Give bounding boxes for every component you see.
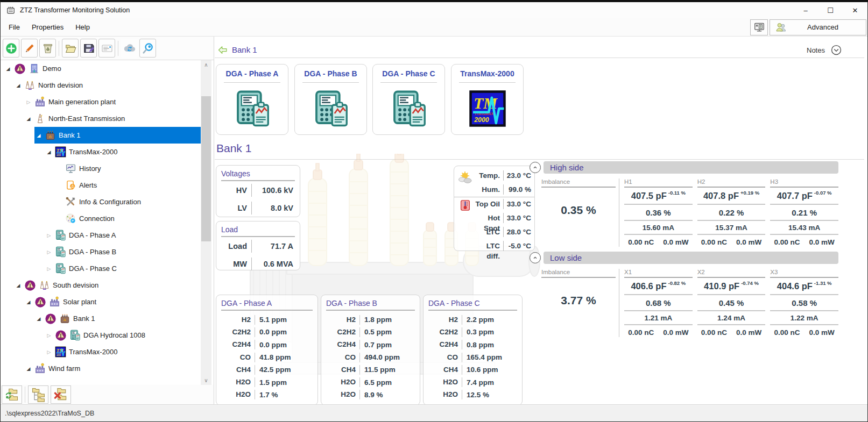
load-value: 71.7 A	[252, 242, 300, 251]
save-button[interactable]	[80, 39, 97, 58]
humidity-label: Hum.	[475, 184, 504, 195]
tree-scrollbar[interactable]	[201, 60, 211, 385]
power-value: 0.0 mW	[663, 328, 688, 337]
tree-item-alerts[interactable]: Alerts	[1, 177, 201, 194]
tree-item-history[interactable]: History	[1, 160, 201, 177]
tree-item-dga-phase-b[interactable]: DGA - Phase B	[1, 244, 201, 260]
gas-value: 1.5 ppm	[255, 378, 287, 387]
expander-icon[interactable]	[25, 366, 32, 371]
dga-device-icon	[69, 330, 81, 341]
expander-icon[interactable]	[46, 249, 52, 255]
search-button[interactable]	[139, 39, 156, 58]
scroll-up-icon[interactable]	[201, 60, 211, 69]
tree-item-bank-1-solar[interactable]: Bank 1	[1, 310, 201, 327]
remove-folder-button[interactable]	[51, 385, 71, 404]
advanced-button[interactable]: Advanced	[770, 19, 866, 35]
sync-button[interactable]	[121, 39, 138, 58]
system-tools-button[interactable]	[750, 19, 768, 35]
tree-item-solar-plant[interactable]: Solar plant	[1, 294, 201, 310]
collapse-high-side-button[interactable]	[530, 162, 541, 173]
expander-icon[interactable]	[36, 133, 42, 138]
menu-file[interactable]: File	[3, 20, 26, 34]
expander-icon[interactable]	[46, 266, 52, 271]
notes-chevron-down-icon[interactable]	[831, 45, 842, 55]
device-card-dga-phase-a[interactable]: DGA - Phase A	[216, 64, 288, 135]
expander-icon[interactable]	[46, 333, 52, 338]
minimize-button[interactable]: –	[793, 2, 818, 18]
expander-icon[interactable]	[46, 349, 52, 355]
scrollbar-thumb[interactable]	[201, 96, 211, 241]
tree-item-south-devision[interactable]: South devision	[1, 277, 201, 294]
high-side-header[interactable]: High side	[544, 161, 838, 174]
tree-item-dga-hydrocal-1008[interactable]: DGA Hydrocal 1008	[1, 327, 201, 344]
scroll-down-icon[interactable]	[201, 376, 211, 385]
environment-panel: Temp. 23.0 °C Hum. 99.0 % Top Oil 33.0 °…	[454, 166, 535, 251]
tree-item-info-configuration[interactable]: Info & Configuration	[1, 194, 201, 210]
expander-icon[interactable]	[36, 316, 42, 321]
phase-name: H2	[697, 178, 766, 188]
load-label: Load	[216, 240, 252, 253]
expander-icon[interactable]	[46, 233, 52, 238]
tree-item-bank-1-selected[interactable]: Bank 1	[1, 127, 201, 144]
tree-item-dga-phase-a[interactable]: DGA - Phase A	[1, 227, 201, 244]
tree-item-north-east-transmission[interactable]: North-East Transmission	[1, 110, 201, 127]
expander-icon[interactable]	[25, 116, 32, 121]
folder-structure-button[interactable]	[28, 385, 48, 404]
expander-icon[interactable]	[46, 149, 52, 155]
power-value: 0.0 mW	[736, 238, 761, 246]
warning-icon	[34, 296, 46, 308]
dga-device-icon	[55, 246, 66, 258]
expander-icon[interactable]	[15, 83, 22, 88]
tree-item-main-generation-plant[interactable]: Main generation plant	[1, 94, 201, 110]
edit-button[interactable]	[21, 39, 38, 58]
back-arrow-icon[interactable]	[217, 45, 228, 55]
tree-item-transmax-2000[interactable]: TransMax-2000	[1, 144, 201, 160]
device-card-dga-phase-b[interactable]: DGA - Phase B	[294, 64, 367, 135]
capacitance-value: 407.8 pF	[703, 191, 739, 201]
mw-row: MW 0.6 MVA	[216, 255, 300, 273]
capacitance-value: 404.6 pF	[777, 281, 813, 291]
hot-spot-label: Hot Spot	[475, 213, 504, 223]
tree-item-dga-phase-c[interactable]: DGA - Phase C	[1, 260, 201, 277]
charge-value: 0.00 nC	[628, 238, 654, 246]
gas-value: 10.6 ppm	[462, 366, 498, 374]
column-divider	[619, 178, 619, 247]
notes-toggle-label[interactable]: Notes	[807, 46, 825, 54]
tree-item-wind-farm[interactable]: Wind farm	[1, 360, 201, 377]
expander-icon[interactable]	[5, 66, 11, 71]
gas-label: CO	[424, 353, 462, 362]
maximize-button[interactable]: ☐	[818, 2, 843, 18]
tree-item-north-devision[interactable]: North devision	[1, 77, 201, 94]
delete-button[interactable]	[39, 39, 56, 58]
charge-value: 0.00 nC	[701, 238, 727, 246]
open-button[interactable]	[62, 39, 79, 58]
tree-item-transmax-2000-solar[interactable]: TransMax-2000	[1, 344, 201, 360]
report-button[interactable]	[98, 39, 115, 58]
add-button[interactable]	[3, 39, 19, 58]
ltc-diff-row: LTC diff. -5.0 °C	[454, 239, 534, 253]
transmission-towers-icon	[39, 280, 50, 291]
refresh-folders-button[interactable]	[2, 385, 22, 404]
phase-name: H3	[770, 178, 838, 188]
menu-properties[interactable]: Properties	[26, 20, 69, 34]
tree-item-connection[interactable]: Connection	[1, 210, 201, 227]
tree-item-label: Wind farm	[48, 364, 80, 373]
toolbar-separator	[25, 387, 25, 403]
menu-help[interactable]: Help	[69, 20, 96, 34]
tree-item-label: North devision	[38, 81, 83, 89]
ltc-diff-label: LTC diff.	[475, 241, 504, 251]
card-title: DGA - Phase C	[373, 69, 444, 78]
gas-label: H2O	[424, 377, 462, 387]
expander-icon[interactable]	[15, 283, 22, 288]
gas-label: C2H4	[321, 340, 360, 349]
window-title: ZTZ Transformer Monitoring Solution	[20, 6, 130, 14]
device-card-transmax-2000[interactable]: TransMax-2000	[451, 64, 524, 135]
monitor-tools-icon	[753, 22, 765, 33]
collapse-low-side-button[interactable]	[530, 252, 541, 263]
close-button[interactable]: ✕	[843, 2, 867, 18]
device-card-dga-phase-c[interactable]: DGA - Phase C	[372, 64, 445, 135]
low-side-header[interactable]: Low side	[544, 252, 838, 264]
tree-item-demo[interactable]: Demo	[1, 60, 201, 77]
expander-icon[interactable]	[25, 299, 32, 305]
expander-icon[interactable]	[25, 99, 32, 105]
